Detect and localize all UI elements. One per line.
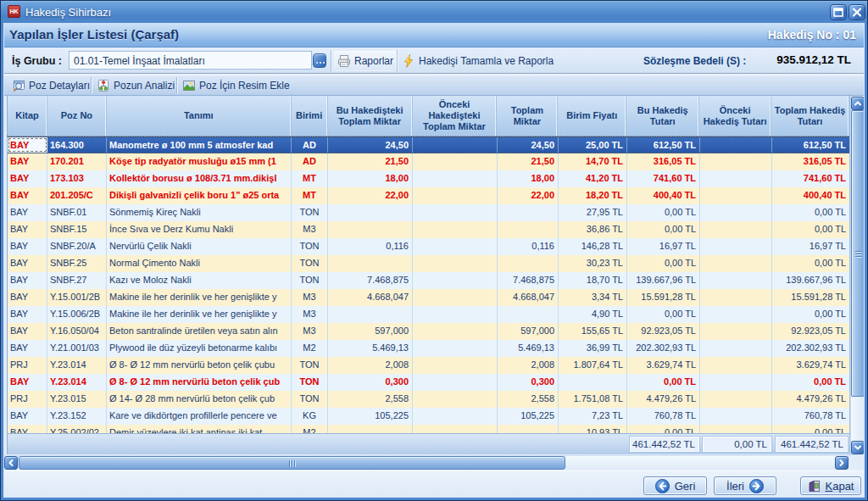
vertical-scroll-thumb[interactable] xyxy=(851,110,865,397)
table-cell[interactable]: 4.668,047 xyxy=(328,289,413,306)
table-cell[interactable] xyxy=(413,340,498,357)
table-cell[interactable]: Kazı ve Moloz Nakli xyxy=(107,272,292,289)
table-cell[interactable]: Dikişli galvanizli çelik boru 1" ø25 ort… xyxy=(107,187,292,204)
table-cell[interactable]: 92.923,05 TL xyxy=(627,323,700,340)
table-cell[interactable]: BAY xyxy=(8,137,47,153)
table-cell[interactable] xyxy=(700,374,772,391)
table-cell[interactable]: 741,60 TL xyxy=(772,170,849,187)
column-header[interactable]: Tanımı xyxy=(107,96,292,136)
table-cell[interactable]: 4.479,26 TL xyxy=(772,391,849,408)
table-cell[interactable]: BAY xyxy=(8,238,47,255)
table-cell[interactable]: 173.103 xyxy=(47,170,107,187)
scroll-right-button[interactable] xyxy=(835,456,849,470)
table-cell[interactable]: 16,97 TL xyxy=(772,238,849,255)
table-cell[interactable]: 316,05 TL xyxy=(627,153,700,170)
table-cell[interactable]: PRJ xyxy=(8,391,47,408)
table-cell[interactable]: 7.468,875 xyxy=(498,272,559,289)
table-cell[interactable] xyxy=(413,306,498,323)
scroll-up-button[interactable] xyxy=(851,97,865,110)
table-cell[interactable]: 24,50 xyxy=(328,137,413,153)
table-cell[interactable] xyxy=(498,306,559,323)
table-cell[interactable]: BAY xyxy=(8,255,47,272)
table-cell[interactable]: 202.302,93 TL xyxy=(627,340,700,357)
table-cell[interactable]: TON xyxy=(292,357,328,374)
table-cell[interactable]: 400,40 TL xyxy=(627,187,700,204)
table-cell[interactable]: 2,558 xyxy=(498,391,559,408)
table-cell[interactable] xyxy=(700,425,772,433)
table-cell[interactable]: 7.468,875 xyxy=(328,272,413,289)
column-header[interactable]: Önceki Hakedişteki Toplam Miktar xyxy=(413,96,498,136)
table-cell[interactable]: 18,70 TL xyxy=(559,272,627,289)
table-cell[interactable]: 0,00 TL xyxy=(772,204,849,221)
table-cell[interactable]: 15.591,28 TL xyxy=(772,289,849,306)
table-cell[interactable]: SNBF.25 xyxy=(47,255,107,272)
table-cell[interactable]: Kare ve dikdörtgen profillerle pencere v… xyxy=(107,408,292,425)
table-cell[interactable]: 22,00 xyxy=(328,187,413,204)
column-header[interactable]: Birim Fiyatı xyxy=(558,96,626,136)
column-header[interactable]: Poz No xyxy=(47,96,107,136)
table-cell[interactable]: 2,558 xyxy=(328,391,413,408)
is-grubu-combobox[interactable]: 01.01-Temel İnşaat İmalatları xyxy=(69,51,312,70)
table-cell[interactable] xyxy=(700,289,772,306)
table-cell[interactable]: 760,78 TL xyxy=(772,408,849,425)
table-cell[interactable]: 4,90 TL xyxy=(559,306,627,323)
table-cell[interactable]: KG xyxy=(292,408,328,425)
table-cell[interactable]: 21,50 xyxy=(328,153,413,170)
table-cell[interactable]: SNBF.15 xyxy=(47,221,107,238)
table-cell[interactable]: TON xyxy=(292,391,328,408)
table-cell[interactable]: 400,40 TL xyxy=(772,187,849,204)
table-row[interactable]: BAYSNBF.15İnce Sıva ve Derz Kumu NakliM3… xyxy=(8,221,849,238)
table-cell[interactable]: Köşe tip radyatör musluğu ø15 mm (1 xyxy=(107,153,292,170)
table-cell[interactable]: Ø 14- Ø 28 mm nervürlü beton çelik çub xyxy=(107,391,292,408)
table-row[interactable]: BAYY.21.001/03Plywood ile düz yüzeyli be… xyxy=(8,340,849,357)
table-cell[interactable]: 155,65 TL xyxy=(559,323,627,340)
table-cell[interactable]: Y.23.014 xyxy=(47,374,107,391)
table-cell[interactable] xyxy=(413,323,498,340)
table-cell[interactable]: 4.668,047 xyxy=(498,289,559,306)
table-cell[interactable] xyxy=(700,153,772,170)
table-cell[interactable] xyxy=(413,137,498,153)
table-cell[interactable] xyxy=(413,289,498,306)
table-cell[interactable]: 139.667,96 TL xyxy=(627,272,700,289)
table-row[interactable]: BAY170.201Köşe tip radyatör musluğu ø15 … xyxy=(8,153,849,170)
column-header[interactable]: Toplam Hakediş Tutarı xyxy=(771,96,849,136)
table-cell[interactable]: 22,00 xyxy=(498,187,559,204)
vertical-scrollbar[interactable] xyxy=(849,96,865,455)
table-cell[interactable] xyxy=(700,170,772,187)
table-cell[interactable]: TON xyxy=(292,238,328,255)
table-cell[interactable] xyxy=(413,408,498,425)
table-cell[interactable]: 36,99 TL xyxy=(559,340,627,357)
table-cell[interactable]: 0,00 TL xyxy=(627,221,700,238)
table-cell[interactable]: 760,78 TL xyxy=(627,408,700,425)
table-cell[interactable] xyxy=(498,221,559,238)
table-cell[interactable]: BAY xyxy=(8,289,47,306)
table-cell[interactable] xyxy=(498,425,559,433)
table-cell[interactable]: M2 xyxy=(292,340,328,357)
column-header[interactable]: Önceki Hakediş Tutarı xyxy=(699,96,771,136)
table-cell[interactable]: 316,05 TL xyxy=(772,153,849,170)
table-cell[interactable]: 202.302,93 TL xyxy=(772,340,849,357)
table-cell[interactable]: 0,00 TL xyxy=(627,255,700,272)
table-cell[interactable]: 5.469,13 xyxy=(328,340,413,357)
table-cell[interactable] xyxy=(700,306,772,323)
table-cell[interactable]: 18,00 xyxy=(328,170,413,187)
table-cell[interactable] xyxy=(413,170,498,187)
table-cell[interactable]: 0,00 TL xyxy=(772,306,849,323)
table-cell[interactable]: Y.25.002/02 xyxy=(47,425,107,433)
table-cell[interactable]: BAY xyxy=(8,221,47,238)
table-cell[interactable]: Normal Çimento Nakli xyxy=(107,255,292,272)
table-cell[interactable]: Y.21.001/03 xyxy=(47,340,107,357)
table-row[interactable]: BAYSNBF.27Kazı ve Moloz NakliTON7.468,87… xyxy=(8,272,849,289)
table-row[interactable]: BAYSNBF.20/ANervürlü Çelik NakliTON0,116… xyxy=(8,238,849,255)
table-cell[interactable]: 10,93 TL xyxy=(559,425,627,433)
table-cell[interactable]: 741,60 TL xyxy=(627,170,700,187)
table-cell[interactable]: 92.923,05 TL xyxy=(772,323,849,340)
table-cell[interactable] xyxy=(413,357,498,374)
table-cell[interactable] xyxy=(498,255,559,272)
table-cell[interactable]: 27,95 TL xyxy=(559,204,627,221)
table-cell[interactable]: Y.23.152 xyxy=(47,408,107,425)
column-header[interactable]: Bu Hakedişteki Toplam Miktar xyxy=(328,96,413,136)
ileri-button[interactable]: İleri xyxy=(714,476,776,495)
table-cell[interactable] xyxy=(413,221,498,238)
table-cell[interactable]: 0,00 TL xyxy=(627,374,700,391)
